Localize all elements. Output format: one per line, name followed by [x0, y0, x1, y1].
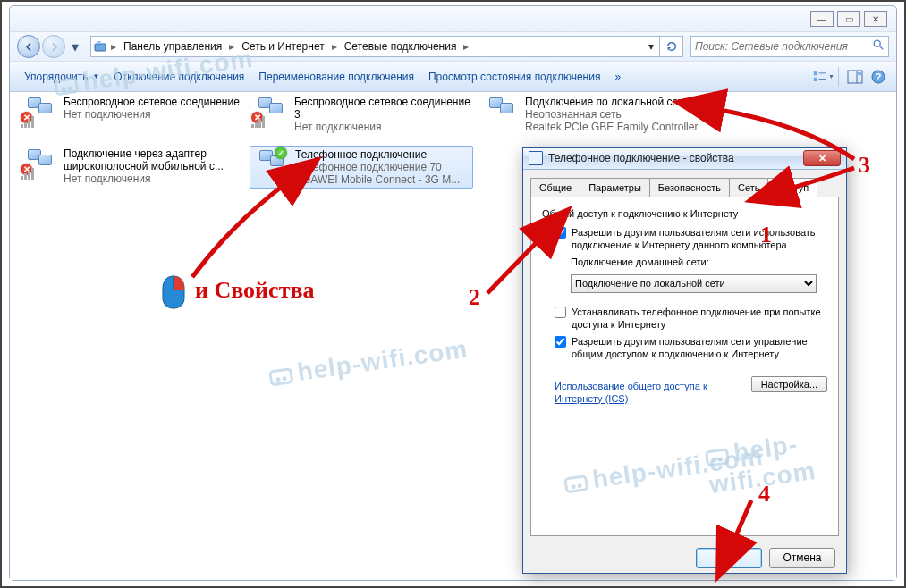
svg-text:?: ?: [876, 71, 882, 82]
checkbox-allow-control[interactable]: [555, 336, 566, 348]
network-icon: ✕: [21, 96, 58, 128]
svg-point-2: [874, 40, 880, 46]
close-button[interactable]: ✕: [864, 11, 887, 27]
view-mode-button[interactable]: ▼: [813, 66, 834, 88]
toolbar-status[interactable]: Просмотр состояния подключения: [421, 67, 607, 87]
connection-wireless-1[interactable]: ✕ Беспроводное сетевое соединениеНет под…: [21, 96, 244, 128]
crumb-2[interactable]: Сетевые подключения: [339, 40, 462, 53]
svg-rect-1: [97, 41, 101, 44]
network-icon: ✕: [251, 96, 289, 128]
annotation-1: 1: [760, 222, 772, 248]
annotation-3: 3: [859, 152, 870, 179]
connection-dialup[interactable]: ✓ Телефонное подключениеТелефонное подкл…: [250, 146, 473, 189]
tab-network[interactable]: Сеть: [729, 178, 768, 197]
connection-wireless-3[interactable]: ✕ Беспроводное сетевое соединение 3Нет п…: [251, 96, 475, 133]
properties-dialog: Телефонное подключение - свойства ✕ Общи…: [522, 147, 847, 574]
tabs: Общие Параметры Безопасность Сеть Доступ: [530, 177, 839, 197]
svg-rect-0: [95, 44, 106, 51]
network-icon: ✓: [252, 148, 290, 181]
settings-button[interactable]: Настройка...: [751, 376, 827, 392]
tab-access[interactable]: Доступ: [767, 178, 817, 197]
mouse-icon: [160, 274, 187, 314]
home-network-combo[interactable]: Подключение по локальной сети: [571, 274, 817, 293]
svg-rect-10: [858, 72, 861, 75]
dialog-titlebar[interactable]: Телефонное подключение - свойства ✕: [523, 148, 846, 170]
annotation-4: 4: [758, 481, 770, 508]
breadcrumb-icon: [91, 39, 109, 54]
checkbox-dial-on-demand-label: Устанавливать телефонное подключение при…: [572, 306, 827, 331]
checkbox-dial-on-demand[interactable]: [555, 307, 566, 318]
tab-options[interactable]: Параметры: [580, 178, 650, 197]
minimize-button[interactable]: —: [810, 11, 834, 27]
refresh-button[interactable]: [660, 36, 683, 57]
navbar: ▾ ▸ Панель управления▸ Сеть и Интернет▸ …: [10, 31, 896, 62]
dialog-close-button[interactable]: ✕: [803, 150, 841, 166]
search-input[interactable]: [695, 40, 872, 53]
ics-help-link[interactable]: Использование общего доступа к Интернету…: [555, 380, 751, 405]
nav-back-button[interactable]: [17, 35, 40, 58]
search-box[interactable]: [690, 36, 889, 57]
help-button[interactable]: ?: [868, 66, 889, 88]
toolbar-more[interactable]: »: [607, 67, 628, 87]
dialog-title-text: Телефонное подключение - свойства: [548, 152, 803, 164]
annotation-mouse-label: и Свойства: [195, 277, 314, 304]
dialog-footer: ОК Отмена: [523, 543, 846, 573]
dialog-icon: [529, 151, 543, 165]
ok-button[interactable]: ОК: [696, 548, 762, 568]
checkbox-allow-share-label: Разрешить другим пользователям сети испо…: [572, 226, 827, 251]
ics-group-label: Общий доступ к подключению к Интернету: [542, 208, 827, 219]
tab-general[interactable]: Общие: [530, 178, 580, 197]
nav-history-dropdown[interactable]: ▾: [69, 35, 81, 58]
annotation-2: 2: [469, 284, 480, 311]
home-network-label: Подключение домашней сети:: [571, 256, 709, 268]
titlebar: — ▭ ✕: [10, 6, 896, 31]
search-icon: [872, 38, 885, 55]
tab-security[interactable]: Безопасность: [649, 178, 730, 197]
checkbox-allow-share[interactable]: [555, 227, 566, 239]
svg-rect-4: [814, 71, 817, 75]
svg-line-3: [880, 46, 884, 50]
preview-pane-button[interactable]: [844, 66, 866, 88]
nav-forward-button[interactable]: [42, 35, 65, 58]
maximize-button[interactable]: ▭: [837, 11, 860, 27]
toolbar-rename[interactable]: Переименование подключения: [251, 67, 421, 87]
connection-broadband-adapter[interactable]: ✕ Подключение через адаптер широкополосн…: [21, 147, 244, 185]
checkbox-allow-control-label: Разрешить другим пользователям сети упра…: [572, 335, 827, 360]
breadcrumb-dropdown[interactable]: ▾: [643, 40, 659, 53]
network-icon: [482, 96, 520, 128]
cancel-button[interactable]: Отмена: [769, 548, 835, 568]
connection-lan[interactable]: Подключение по локальной сетиНеопознанна…: [482, 96, 706, 133]
network-icon: ✕: [21, 147, 58, 180]
svg-rect-5: [814, 77, 817, 80]
